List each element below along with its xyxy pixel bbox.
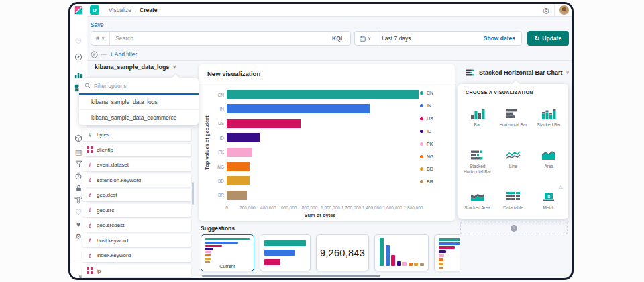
bar-NG[interactable]: [227, 162, 250, 171]
legend-item[interactable]: US: [420, 116, 433, 121]
legend-dot: [420, 155, 423, 158]
mini-column: [397, 261, 401, 266]
legend-label: NG: [427, 154, 434, 159]
index-pattern-button[interactable]: kibana_sample_data_logs ∨: [95, 64, 176, 70]
search-icon: [85, 83, 91, 89]
crosshair-icon[interactable]: ◎: [543, 7, 549, 14]
mini-column: [420, 263, 424, 266]
user-avatar[interactable]: [559, 5, 569, 15]
calendar-menu[interactable]: ∨: [355, 32, 376, 45]
suggestion-current[interactable]: Current: [201, 234, 254, 271]
legend-label: BR: [427, 179, 433, 184]
field-item[interactable]: ip: [82, 265, 191, 277]
viz-option-line[interactable]: Line: [495, 142, 531, 181]
ip-field-icon: [86, 267, 94, 274]
field-item[interactable]: tevent.dataset: [82, 158, 191, 171]
bar-BD[interactable]: [227, 176, 250, 185]
breadcrumb-separator: /: [135, 7, 136, 13]
field-item[interactable]: tgeo.dest: [82, 189, 191, 201]
warning-icon: ⚠: [559, 185, 563, 190]
field-name: ip: [97, 268, 101, 274]
viz-option-data_table[interactable]: Data table: [495, 183, 531, 222]
breadcrumb-visualize[interactable]: Visualize: [109, 7, 131, 13]
bar-IN[interactable]: [227, 104, 370, 113]
mini-bar: [205, 254, 211, 256]
viz-option-label: Horizontal Bar: [496, 122, 530, 128]
legend-dot: [420, 117, 423, 120]
legend-item[interactable]: BR: [420, 179, 433, 184]
chart-type-button[interactable]: Stacked Horizontal Bar Chart ∨: [466, 68, 570, 77]
field-name: host.keyword: [97, 238, 128, 244]
viz-option-stacked_bar[interactable]: Stacked Bar: [531, 100, 567, 139]
legend-item[interactable]: BD: [420, 167, 433, 171]
suggestion-metric[interactable]: 9,260,843: [316, 234, 369, 271]
index-pattern-option[interactable]: kibana_sample_data_ecommerce: [79, 110, 199, 125]
mini-bar: [205, 258, 211, 260]
date-picker[interactable]: ∨ Last 7 days Show dates: [354, 31, 522, 46]
bar-ID[interactable]: [227, 133, 260, 142]
field-item[interactable]: thost.keyword: [82, 234, 191, 247]
kibana-logo-icon: [74, 5, 83, 15]
mini-bar: [205, 238, 250, 240]
legend-item[interactable]: PK: [420, 142, 433, 146]
header-divider: [554, 4, 555, 16]
time-range-value[interactable]: Last 7 days: [376, 35, 478, 42]
add-filter-button[interactable]: + Add filter: [110, 51, 137, 58]
show-dates-button[interactable]: Show dates: [478, 35, 521, 42]
bar-PK[interactable]: [227, 148, 252, 157]
suggestions-scrollbar[interactable]: [202, 275, 380, 277]
field-item[interactable]: clientip: [82, 144, 191, 156]
field-item[interactable]: tgeo.src: [82, 204, 191, 217]
layer-drop-zone[interactable]: +: [460, 222, 568, 234]
field-name: extension.keyword: [97, 177, 141, 183]
compass-icon[interactable]: [70, 52, 87, 62]
legend-label: BD: [427, 167, 433, 171]
viz-option-area[interactable]: Area: [531, 142, 567, 181]
bar-CN[interactable]: [227, 90, 419, 99]
field-item[interactable]: textension.keyword: [82, 174, 191, 187]
bar-US[interactable]: [227, 119, 301, 128]
mini-bar: [439, 267, 443, 269]
kibana-logo[interactable]: [70, 4, 87, 16]
field-item[interactable]: tindex.keyword: [82, 249, 191, 262]
x-axis-tick-label: 1,800,000: [398, 205, 428, 210]
stacked-horizontal-bar-icon: [466, 68, 476, 77]
viz-option-horizontal_bar[interactable]: Horizontal Bar: [495, 100, 531, 139]
legend-item[interactable]: CN: [420, 91, 433, 95]
field-name: clientip: [97, 147, 113, 153]
legend-item[interactable]: IN: [420, 103, 431, 108]
suggestion-vertical-bar[interactable]: [374, 234, 429, 271]
mini-bar: [205, 245, 222, 247]
index-pattern-option[interactable]: kibana_sample_data_logs: [79, 95, 199, 110]
space-avatar[interactable]: D: [90, 5, 99, 15]
string-field-icon: t: [86, 162, 94, 169]
string-field-icon: t: [86, 222, 94, 229]
mini-bar: [264, 250, 295, 256]
viz-option-stacked_area[interactable]: Stacked Area: [460, 183, 495, 222]
field-item[interactable]: #bytes: [82, 128, 191, 141]
search-bar[interactable]: # ∨ Search KQL: [91, 31, 351, 46]
viz-option-metric[interactable]: ⚠8Metric: [531, 183, 567, 222]
suggestion-clipped[interactable]: [434, 234, 460, 271]
update-button[interactable]: ↻ Update: [527, 31, 569, 46]
save-button[interactable]: Save: [91, 21, 103, 28]
viz-option-label: Data table: [496, 205, 530, 211]
legend-item[interactable]: NG: [420, 154, 434, 159]
mini-bar: [439, 242, 460, 245]
viz-option-bar[interactable]: Bar: [460, 100, 495, 139]
field-list-scrollbar[interactable]: [192, 182, 194, 205]
search-input[interactable]: Search: [110, 35, 326, 42]
field-name: bytes: [97, 132, 109, 138]
filter-options-input[interactable]: Filter options: [79, 78, 199, 95]
suggestion-bar-chart[interactable]: [260, 234, 311, 271]
field-item[interactable]: tgeo.srcdest: [82, 219, 191, 232]
clock-icon[interactable]: ◷: [70, 34, 87, 45]
legend-label: PK: [427, 142, 433, 146]
bar-BR[interactable]: [227, 191, 247, 200]
breadcrumb: Visualize / Create: [109, 4, 158, 16]
saved-query-menu[interactable]: # ∨: [91, 32, 110, 45]
filter-icon[interactable]: [91, 51, 98, 58]
legend-item[interactable]: ID: [420, 129, 431, 134]
query-language-button[interactable]: KQL: [326, 35, 350, 42]
viz-option-stacked_horizontal_bar[interactable]: Stacked Horizontal Bar: [460, 142, 495, 181]
